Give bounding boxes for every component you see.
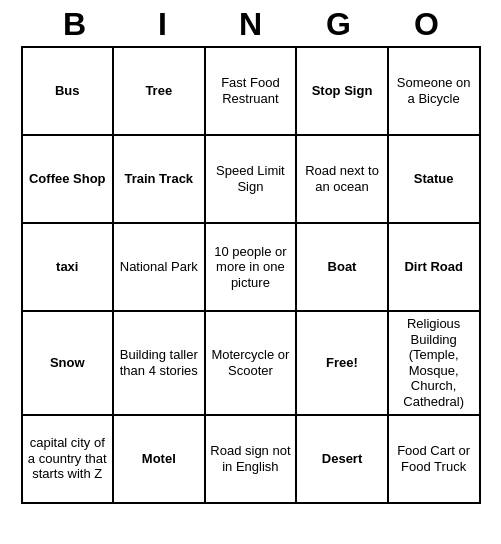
grid-cell-r2-c3: Boat	[296, 223, 387, 311]
bingo-letter-n: N	[207, 6, 295, 43]
grid-cell-r1-c1: Train Track	[113, 135, 205, 223]
grid-cell-r2-c2: 10 people or more in one picture	[205, 223, 297, 311]
grid-cell-r2-c4: Dirt Road	[388, 223, 480, 311]
grid-cell-r1-c0: Coffee Shop	[22, 135, 114, 223]
grid-cell-r3-c1: Building taller than 4 stories	[113, 311, 205, 415]
grid-cell-r1-c4: Statue	[388, 135, 480, 223]
grid-cell-r3-c0: Snow	[22, 311, 114, 415]
grid-cell-r3-c4: Religious Building (Temple, Mosque, Chur…	[388, 311, 480, 415]
grid-cell-r4-c0: capital city of a country that starts wi…	[22, 415, 114, 503]
grid-cell-r0-c2: Fast Food Restruant	[205, 47, 297, 135]
grid-cell-r1-c3: Road next to an ocean	[296, 135, 387, 223]
grid-cell-r0-c4: Someone on a Bicycle	[388, 47, 480, 135]
grid-cell-r2-c1: National Park	[113, 223, 205, 311]
grid-cell-r3-c3: Free!	[296, 311, 387, 415]
grid-cell-r0-c1: Tree	[113, 47, 205, 135]
grid-cell-r2-c0: taxi	[22, 223, 114, 311]
grid-cell-r4-c3: Desert	[296, 415, 387, 503]
grid-row-1: Coffee ShopTrain TrackSpeed Limit SignRo…	[22, 135, 480, 223]
grid-row-3: SnowBuilding taller than 4 storiesMoterc…	[22, 311, 480, 415]
grid-cell-r4-c2: Road sign not in English	[205, 415, 297, 503]
grid-cell-r4-c1: Motel	[113, 415, 205, 503]
bingo-grid: BusTreeFast Food RestruantStop SignSomeo…	[21, 47, 481, 504]
grid-cell-r4-c4: Food Cart or Food Truck	[388, 415, 480, 503]
grid-row-4: capital city of a country that starts wi…	[22, 415, 480, 503]
grid-row-2: taxiNational Park10 people or more in on…	[22, 223, 480, 311]
bingo-letter-b: B	[31, 6, 119, 43]
grid-cell-r0-c0: Bus	[22, 47, 114, 135]
grid-cell-r3-c2: Motercycle or Scooter	[205, 311, 297, 415]
grid-row-0: BusTreeFast Food RestruantStop SignSomeo…	[22, 47, 480, 135]
bingo-letter-o: O	[383, 6, 471, 43]
grid-cell-r0-c3: Stop Sign	[296, 47, 387, 135]
bingo-letter-g: G	[295, 6, 383, 43]
bingo-title: BINGO	[21, 0, 481, 47]
bingo-letter-i: I	[119, 6, 207, 43]
grid-cell-r1-c2: Speed Limit Sign	[205, 135, 297, 223]
